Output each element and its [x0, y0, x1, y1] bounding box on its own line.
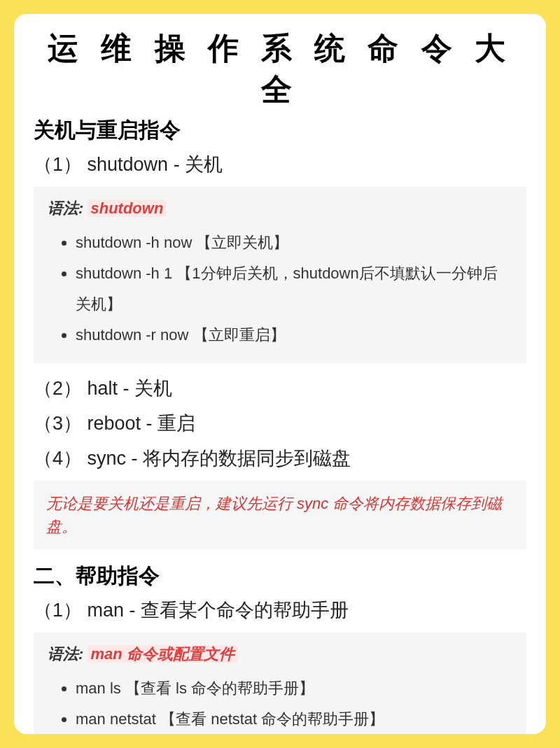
section-heading-help: 二、帮助指令	[34, 562, 526, 591]
list-item: man netstat 【查看 netstat 命令的帮助手册】	[76, 704, 512, 734]
syntax-command: shutdown	[88, 199, 166, 217]
syntax-label: 语法:	[48, 645, 83, 663]
syntax-box-man: 语法: man 命令或配置文件 man ls 【查看 ls 命令的帮助手册】 m…	[34, 633, 526, 734]
idx: （3）	[34, 413, 82, 434]
cmd-reboot: （3） reboot - 重启	[34, 411, 526, 436]
idx: （1）	[34, 600, 82, 621]
note-text: 无论是要关机还是重启，建议先运行 sync 命令将内存数据保存到磁盘。	[46, 492, 514, 538]
syntax-label: 语法:	[48, 199, 83, 217]
label: shutdown - 关机	[88, 154, 223, 175]
cmd-man: （1） man - 查看某个命令的帮助手册	[34, 598, 526, 623]
idx: （1）	[34, 154, 82, 175]
example-list: shutdown -h now 【立即关机】 shutdown -h 1 【1分…	[48, 227, 512, 351]
document-card: 运 维 操 作 系 统 命 令 大 全 关机与重启指令 （1） shutdown…	[14, 14, 546, 734]
label: man - 查看某个命令的帮助手册	[88, 600, 349, 621]
cmd-halt: （2） halt - 关机	[34, 376, 526, 401]
section-heading-shutdown: 关机与重启指令	[34, 116, 526, 145]
list-item: shutdown -h 1 【1分钟后关机，shutdown后不填默认一分钟后关…	[76, 258, 512, 320]
cmd-sync: （4） sync - 将内存的数据同步到磁盘	[34, 446, 526, 471]
syntax-command: man 命令或配置文件	[88, 645, 237, 663]
list-item: shutdown -h now 【立即关机】	[76, 227, 512, 258]
note-box: 无论是要关机还是重启，建议先运行 sync 命令将内存数据保存到磁盘。	[34, 481, 526, 549]
label: reboot - 重启	[88, 413, 196, 434]
idx: （4）	[34, 448, 82, 469]
label: halt - 关机	[88, 378, 173, 399]
syntax-box-shutdown: 语法: shutdown shutdown -h now 【立即关机】 shut…	[34, 187, 526, 363]
list-item: shutdown -r now 【立即重启】	[76, 320, 512, 351]
syntax-line: 语法: shutdown	[48, 198, 512, 219]
cmd-shutdown: （1） shutdown - 关机	[34, 152, 526, 177]
idx: （2）	[34, 378, 82, 399]
label: sync - 将内存的数据同步到磁盘	[88, 448, 351, 469]
page-title: 运 维 操 作 系 统 命 令 大 全	[34, 28, 526, 111]
syntax-line: 语法: man 命令或配置文件	[48, 644, 512, 665]
example-list: man ls 【查看 ls 命令的帮助手册】 man netstat 【查看 n…	[48, 673, 512, 734]
list-item: man ls 【查看 ls 命令的帮助手册】	[76, 673, 512, 704]
